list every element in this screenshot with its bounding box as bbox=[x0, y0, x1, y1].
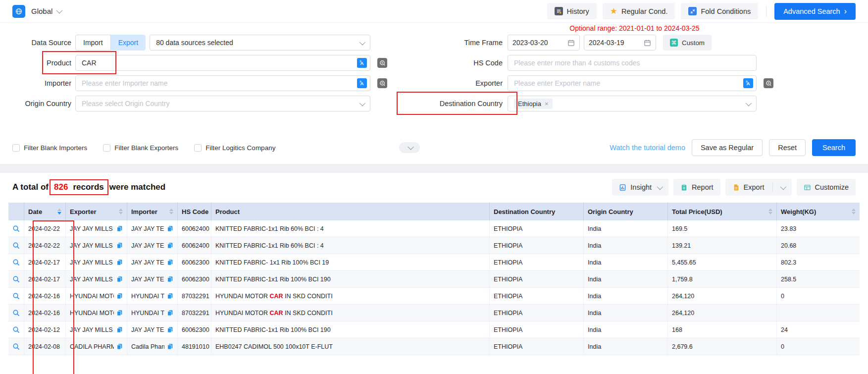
start-date-field[interactable] bbox=[508, 35, 580, 51]
header-detail-column bbox=[8, 203, 24, 220]
copy-icon[interactable] bbox=[114, 276, 123, 282]
view-detail-icon[interactable] bbox=[12, 275, 20, 283]
globe-logo-icon[interactable] bbox=[12, 5, 25, 18]
highlighted-keyword: CAR bbox=[270, 310, 283, 317]
calendar-icon[interactable] bbox=[567, 39, 575, 47]
copy-icon[interactable] bbox=[164, 276, 173, 282]
end-date-field[interactable] bbox=[584, 35, 656, 51]
data-source-label: Data Source bbox=[12, 39, 75, 47]
view-detail-icon[interactable] bbox=[12, 225, 20, 232]
export-button[interactable]: Export bbox=[725, 179, 792, 196]
regular-cond-button[interactable]: ★ Regular Cond. bbox=[603, 3, 675, 19]
filter-blank-exporters-checkbox[interactable]: Filter Blank Exporters bbox=[103, 144, 178, 152]
destination-country-select[interactable]: Ethiopia × bbox=[508, 96, 757, 111]
translate-icon[interactable]: A bbox=[743, 78, 753, 88]
exact-match-icon[interactable] bbox=[377, 78, 387, 88]
copy-icon[interactable] bbox=[114, 343, 123, 350]
sort-icon[interactable] bbox=[849, 209, 856, 214]
header-destination-country: Destination Country bbox=[490, 203, 584, 220]
tutorial-demo-link[interactable]: Watch the tutorial demo bbox=[610, 144, 685, 152]
cell-destination-country: ETHIOPIA bbox=[490, 305, 584, 321]
search-button[interactable]: Search bbox=[812, 139, 856, 156]
importer-value: JAY JAY TEXTILES bbox=[131, 326, 164, 333]
importer-input[interactable] bbox=[75, 75, 370, 91]
customize-button[interactable]: Customize bbox=[797, 179, 856, 196]
view-detail-icon[interactable] bbox=[12, 292, 20, 300]
checkbox-icon[interactable] bbox=[194, 144, 202, 152]
advanced-search-label: Advanced Search bbox=[783, 7, 840, 15]
translate-icon[interactable]: A bbox=[357, 58, 367, 68]
exact-match-icon[interactable] bbox=[764, 78, 773, 88]
sort-icon[interactable] bbox=[766, 209, 772, 214]
data-source-toggle: Import Export bbox=[75, 35, 146, 51]
product-value: HYUNDAI MOTOR CAR IN SKD CONDITI bbox=[215, 310, 333, 317]
copy-icon[interactable] bbox=[114, 259, 123, 266]
copy-icon[interactable] bbox=[114, 225, 123, 232]
save-as-regular-button[interactable]: Save as Regular bbox=[692, 139, 763, 156]
custom-range-button[interactable]: ⌘ Custom bbox=[663, 35, 712, 51]
history-button[interactable]: History bbox=[547, 3, 597, 19]
cell-date: 2024-02-17 bbox=[24, 254, 66, 271]
exporter-value: JAY JAY MILLS (INDI bbox=[70, 259, 114, 266]
copy-icon[interactable] bbox=[164, 310, 173, 316]
fold-conditions-label: Fold Conditions bbox=[701, 7, 751, 15]
translate-icon[interactable]: A bbox=[357, 78, 367, 88]
total-price-value: 139.21 bbox=[672, 242, 691, 249]
copy-icon[interactable] bbox=[164, 326, 173, 333]
importer-value: JAY JAY TEXTILES bbox=[131, 242, 164, 249]
end-date-input[interactable] bbox=[589, 39, 644, 47]
insight-button[interactable]: Insight bbox=[612, 179, 668, 196]
cell-weight bbox=[777, 305, 860, 321]
copy-icon[interactable] bbox=[114, 310, 123, 316]
copy-icon[interactable] bbox=[164, 242, 173, 249]
copy-icon[interactable] bbox=[164, 343, 173, 350]
advanced-search-button[interactable]: Advanced Search › bbox=[774, 3, 856, 20]
origin-country-select[interactable]: Please select Origin Country bbox=[75, 96, 370, 111]
collapse-form-button[interactable] bbox=[399, 142, 420, 153]
header-product: Product bbox=[211, 203, 490, 220]
chevron-down-icon[interactable] bbox=[780, 183, 786, 190]
checkbox-icon[interactable] bbox=[12, 144, 20, 152]
copy-icon[interactable] bbox=[164, 259, 173, 266]
start-date-input[interactable] bbox=[512, 39, 567, 47]
sort-icon[interactable] bbox=[54, 209, 61, 214]
copy-icon[interactable] bbox=[114, 242, 123, 249]
product-input[interactable] bbox=[75, 55, 370, 71]
view-detail-icon[interactable] bbox=[12, 309, 20, 317]
hs-code-input[interactable] bbox=[508, 55, 757, 71]
copy-icon[interactable] bbox=[164, 293, 173, 299]
filter-logitics-company-checkbox[interactable]: Filter Logitics Company bbox=[194, 144, 275, 152]
reset-button[interactable]: Reset bbox=[769, 139, 806, 156]
copy-icon[interactable] bbox=[164, 225, 173, 232]
weight-value: 0 bbox=[781, 343, 784, 350]
copy-icon[interactable] bbox=[114, 326, 123, 333]
exporter-value: CADILA PHARMACEUT bbox=[70, 343, 114, 350]
calendar-icon[interactable] bbox=[644, 39, 651, 47]
cell-detail bbox=[8, 338, 24, 355]
cell-exporter: JAY JAY MILLS (INDI bbox=[66, 271, 127, 288]
command-icon: ⌘ bbox=[670, 39, 678, 47]
filter-blank-importers-checkbox[interactable]: Filter Blank Importers bbox=[12, 144, 87, 152]
view-detail-icon[interactable] bbox=[12, 259, 20, 266]
sort-icon[interactable] bbox=[116, 209, 123, 214]
region-selector[interactable]: Global bbox=[31, 7, 61, 15]
total-price-value: 5,455.65 bbox=[672, 259, 696, 266]
cell-hs-code: 87032291 bbox=[178, 288, 211, 305]
remove-tag-icon[interactable]: × bbox=[545, 100, 549, 107]
checkbox-icon[interactable] bbox=[103, 144, 110, 152]
data-source-select[interactable]: 80 data sources selected bbox=[150, 35, 370, 51]
fold-conditions-button[interactable]: Fold Conditions bbox=[681, 3, 758, 19]
exporter-input[interactable] bbox=[508, 75, 757, 91]
exact-match-icon[interactable] bbox=[377, 58, 387, 68]
view-detail-icon[interactable] bbox=[12, 242, 20, 249]
report-button[interactable]: Report bbox=[673, 179, 720, 196]
sort-icon[interactable] bbox=[166, 209, 173, 214]
import-tab[interactable]: Import bbox=[75, 35, 111, 51]
cell-weight: 24 bbox=[777, 321, 860, 338]
exporter-value: HYUNDAI MOTOR IND bbox=[70, 293, 114, 300]
view-detail-icon[interactable] bbox=[12, 343, 20, 350]
export-tab[interactable]: Export bbox=[111, 35, 146, 51]
copy-icon[interactable] bbox=[114, 293, 123, 299]
view-detail-icon[interactable] bbox=[12, 326, 20, 333]
chevron-right-icon: › bbox=[844, 7, 847, 15]
